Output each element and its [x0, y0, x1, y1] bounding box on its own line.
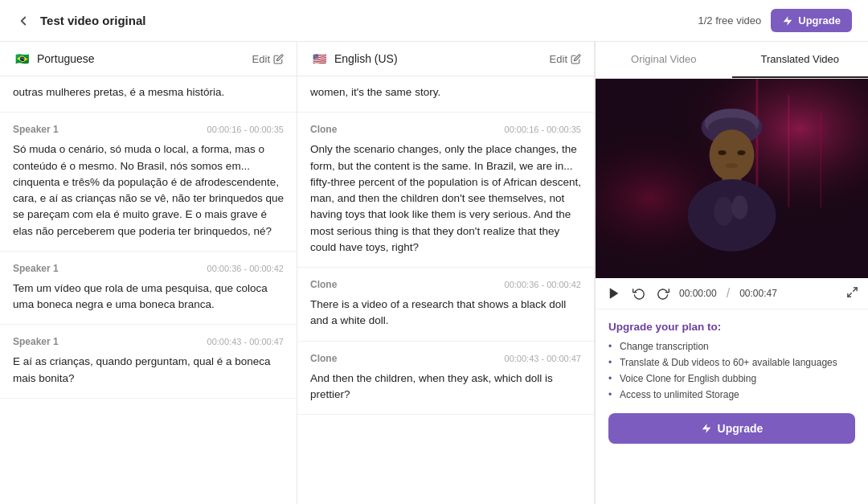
- portuguese-time-1: 00:00:16 - 00:00:35: [207, 125, 284, 134]
- english-language-label: English (US): [334, 52, 543, 65]
- tab-original-video[interactable]: Original Video: [596, 42, 732, 78]
- english-time-1: 00:00:16 - 00:00:35: [505, 125, 581, 134]
- upgrade-title: Upgrade your plan to:: [608, 321, 855, 333]
- english-panel: 🇺🇸 English (US) Edit women, it's the sam…: [297, 42, 595, 504]
- rewind-button[interactable]: [631, 285, 647, 301]
- portuguese-top-text: outras mulheres pretas, é a mesma histór…: [13, 86, 224, 98]
- svg-rect-5: [788, 95, 789, 207]
- english-text-2: There is a video of a research that show…: [310, 297, 581, 330]
- svg-point-17: [726, 163, 739, 168]
- upgrade-button-header[interactable]: Upgrade: [771, 9, 852, 32]
- svg-point-13: [714, 197, 734, 226]
- portuguese-speaker-3: Speaker 1: [13, 336, 59, 347]
- english-segment-2-meta: Clone 00:00:36 - 00:00:42: [310, 279, 581, 290]
- upgrade-panel: Upgrade your plan to: Change transcripti…: [596, 309, 868, 504]
- upgrade-feature-3: Voice Clone for English dubbing: [608, 373, 855, 384]
- svg-line-19: [854, 288, 857, 291]
- svg-point-15: [719, 150, 727, 155]
- app-header: Test video original 1/2 free video Upgra…: [0, 0, 868, 42]
- svg-marker-0: [784, 16, 792, 26]
- forward-button[interactable]: [655, 285, 671, 301]
- english-time-3: 00:00:43 - 00:00:47: [505, 354, 581, 363]
- portuguese-panel: 🇧🇷 Portuguese Edit outras mulheres preta…: [0, 42, 297, 504]
- english-segment-1-meta: Clone 00:00:16 - 00:00:35: [310, 124, 581, 135]
- english-segment-2: Clone 00:00:36 - 00:00:42 There is a vid…: [297, 268, 594, 342]
- svg-point-16: [737, 150, 745, 155]
- free-video-label: 1/2 free video: [698, 14, 761, 27]
- english-time-2: 00:00:36 - 00:00:42: [505, 280, 581, 289]
- english-speaker-1: Clone: [310, 124, 337, 135]
- portuguese-speaker-2: Speaker 1: [13, 263, 59, 274]
- portuguese-text-2: Tem um vídeo que rola de uma pesquisa, q…: [13, 281, 284, 313]
- play-button[interactable]: [605, 285, 623, 302]
- portuguese-top-segment: outras mulheres pretas, é a mesma histór…: [0, 76, 297, 113]
- svg-marker-21: [702, 424, 710, 433]
- english-segment-3: Clone 00:00:43 - 00:00:47 And then the c…: [297, 342, 594, 416]
- english-segment-1: Clone 00:00:16 - 00:00:35 Only the scena…: [297, 113, 594, 268]
- portuguese-time-3: 00:00:43 - 00:00:47: [207, 337, 284, 346]
- portuguese-flag: 🇧🇷: [13, 50, 31, 68]
- portuguese-text-3: E aí as crianças, quando perguntam, qual…: [13, 354, 284, 387]
- portuguese-segment-2: Speaker 1 00:00:36 - 00:00:42 Tem um víd…: [0, 252, 297, 326]
- english-text-1: Only the scenario changes, only the plac…: [310, 141, 581, 256]
- page-title: Test video original: [40, 14, 688, 27]
- english-text-3: And then the children, when they ask, wh…: [310, 371, 581, 404]
- english-flag: 🇺🇸: [310, 50, 328, 68]
- upgrade-features-list: Change transcription Translate & Dub vid…: [608, 341, 855, 400]
- back-button[interactable]: [16, 14, 31, 28]
- portuguese-segment-3-meta: Speaker 1 00:00:43 - 00:00:47: [13, 336, 284, 347]
- video-controls-bar: 00:00:00 / 00:00:47: [596, 278, 868, 309]
- english-top-segment: women, it's the same story.: [297, 76, 594, 113]
- upgrade-button-main[interactable]: Upgrade: [608, 413, 855, 444]
- video-content-svg: [596, 79, 868, 278]
- video-tabs: Original Video Translated Video: [596, 42, 868, 79]
- svg-line-20: [848, 293, 851, 297]
- svg-point-10: [710, 129, 755, 181]
- portuguese-segment-1: Speaker 1 00:00:16 - 00:00:35 Só muda o …: [0, 113, 297, 252]
- portuguese-text-1: Só muda o cenário, só muda o local, a fo…: [13, 141, 284, 240]
- portuguese-edit-button[interactable]: Edit: [252, 53, 284, 65]
- english-edit-button[interactable]: Edit: [550, 53, 581, 65]
- time-current: 00:00:00: [679, 288, 717, 299]
- english-content: women, it's the same story. Clone 00:00:…: [297, 76, 594, 504]
- tab-translated-video[interactable]: Translated Video: [732, 42, 869, 78]
- svg-rect-6: [820, 111, 821, 207]
- fullscreen-button[interactable]: [846, 286, 858, 301]
- portuguese-content: outras mulheres pretas, é a mesma histór…: [0, 76, 297, 504]
- english-speaker-2: Clone: [310, 279, 337, 290]
- portuguese-segment-3: Speaker 1 00:00:43 - 00:00:47 E aí as cr…: [0, 325, 297, 399]
- portuguese-segment-1-meta: Speaker 1 00:00:16 - 00:00:35: [13, 124, 284, 135]
- upgrade-feature-4: Access to unlimited Storage: [608, 389, 855, 400]
- video-panel: Original Video Translated Video: [595, 42, 868, 504]
- portuguese-speaker-1: Speaker 1: [13, 124, 59, 135]
- english-top-text: women, it's the same story.: [310, 86, 440, 98]
- main-content: 🇧🇷 Portuguese Edit outras mulheres preta…: [0, 42, 868, 504]
- svg-marker-18: [610, 288, 619, 299]
- english-panel-header: 🇺🇸 English (US) Edit: [297, 42, 594, 76]
- english-segment-3-meta: Clone 00:00:43 - 00:00:47: [310, 353, 581, 364]
- svg-point-14: [732, 195, 748, 219]
- time-total: 00:00:47: [739, 288, 777, 299]
- video-still: [596, 79, 868, 278]
- upgrade-feature-1: Change transcription: [608, 341, 855, 352]
- portuguese-segment-2-meta: Speaker 1 00:00:36 - 00:00:42: [13, 263, 284, 274]
- video-player: [596, 79, 868, 278]
- portuguese-language-label: Portuguese: [37, 52, 246, 65]
- portuguese-time-2: 00:00:36 - 00:00:42: [207, 264, 284, 273]
- upgrade-feature-2: Translate & Dub videos to 60+ available …: [608, 357, 855, 368]
- portuguese-panel-header: 🇧🇷 Portuguese Edit: [0, 42, 297, 76]
- english-speaker-3: Clone: [310, 353, 337, 364]
